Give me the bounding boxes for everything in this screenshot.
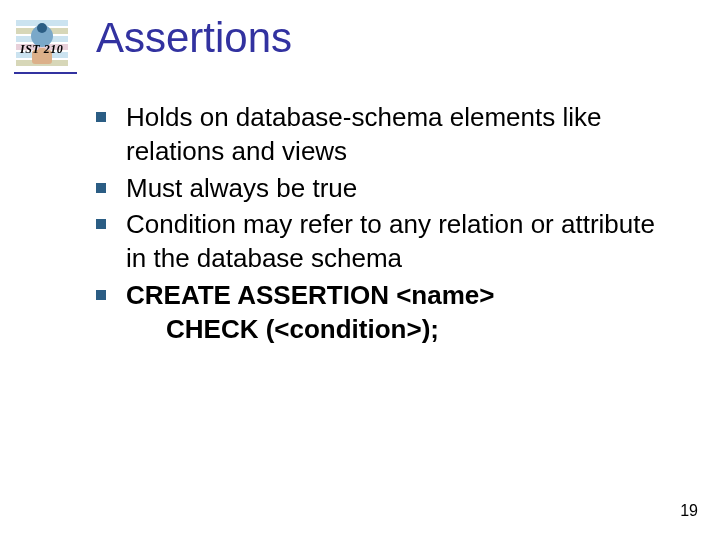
square-bullet-icon: [96, 183, 106, 193]
list-item: Holds on database-schema elements like r…: [96, 100, 680, 169]
list-item-text: Must always be true: [126, 171, 357, 205]
svg-point-7: [37, 23, 47, 33]
square-bullet-icon: [96, 112, 106, 122]
list-item-text: CREATE ASSERTION <name>CHECK (<condition…: [126, 278, 494, 347]
square-bullet-icon: [96, 290, 106, 300]
list-item-text: Condition may refer to any relation or a…: [126, 207, 680, 276]
list-item-text: Holds on database-schema elements like r…: [126, 100, 680, 169]
slide: IST 210 Assertions Holds on database-sch…: [0, 0, 720, 540]
list-item: CREATE ASSERTION <name>CHECK (<condition…: [96, 278, 680, 347]
page-number: 19: [680, 502, 698, 520]
title-underline: [14, 72, 77, 74]
course-label: IST 210: [20, 42, 63, 57]
slide-title: Assertions: [96, 14, 292, 62]
list-item: Condition may refer to any relation or a…: [96, 207, 680, 276]
square-bullet-icon: [96, 219, 106, 229]
list-item: Must always be true: [96, 171, 680, 205]
slide-body: Holds on database-schema elements like r…: [96, 100, 680, 348]
